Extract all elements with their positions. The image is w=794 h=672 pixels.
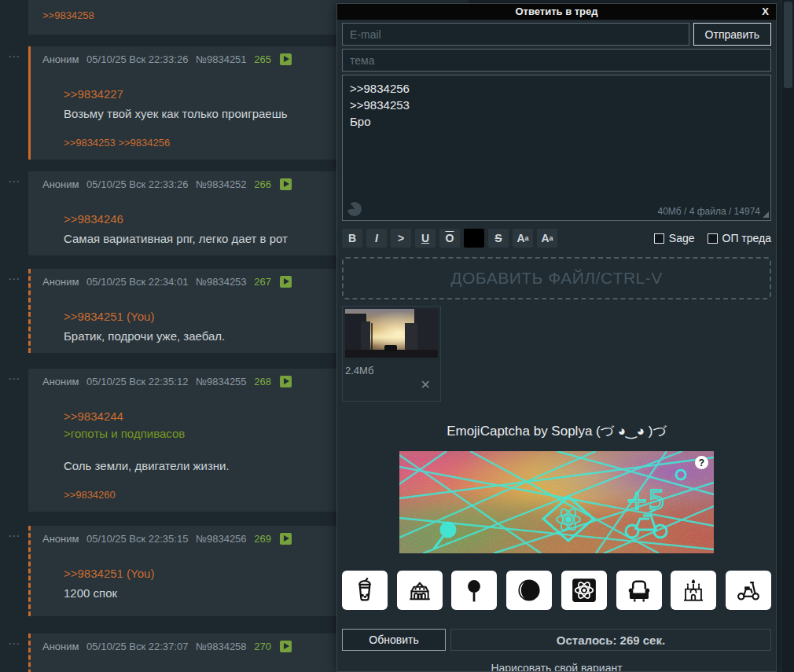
stadium-icon <box>406 577 433 604</box>
reply-link[interactable]: >>9834260 <box>64 489 116 501</box>
format-toolbar: B I > U O S Aa Aa Sage ОП треда <box>342 229 771 248</box>
post-expand-icon[interactable] <box>280 53 292 65</box>
page: >>9834258 ⋯ Аноним 05/10/25 Вск 22:33:26… <box>0 0 794 672</box>
subscript-button[interactable]: Aa <box>537 229 557 248</box>
post-author: Аноним <box>42 178 79 190</box>
armchair-icon <box>626 577 652 604</box>
post-menu-icon[interactable]: ⋯ <box>8 174 20 189</box>
captcha-option-armchair[interactable] <box>616 571 662 610</box>
remove-file-icon[interactable]: ✕ <box>421 377 431 392</box>
post-options: Sage ОП треда <box>654 232 771 244</box>
message-textarea[interactable]: >>9834256 >>9834253 Бро <box>342 75 771 221</box>
post-expand-icon[interactable] <box>280 276 292 288</box>
overline-button[interactable]: O <box>439 229 460 248</box>
page-scrollbar[interactable] <box>782 0 794 672</box>
lollipop-icon <box>461 577 487 604</box>
post-author: Аноним <box>42 53 79 65</box>
post-number[interactable]: №9834256 <box>196 533 247 545</box>
post-expand-icon[interactable] <box>280 641 292 652</box>
op-label: ОП треда <box>722 232 771 244</box>
post-ordinal[interactable]: 268 <box>254 376 271 387</box>
post-date: 05/10/25 Вск 22:33:26 <box>86 53 188 65</box>
post-number[interactable]: №9834255 <box>196 376 247 387</box>
sage-label: Sage <box>669 232 695 244</box>
moon-icon <box>516 577 542 604</box>
post-menu-icon[interactable]: ⋯ <box>8 50 20 64</box>
captcha-option-temple[interactable] <box>671 571 716 610</box>
close-icon[interactable]: X <box>762 4 769 20</box>
textarea-resize-handle[interactable] <box>763 211 769 218</box>
sage-checkbox[interactable]: Sage <box>654 232 695 244</box>
bold-button[interactable]: B <box>342 229 362 248</box>
post-date: 05/10/25 Вск 22:33:26 <box>86 178 188 190</box>
email-row: Отправить <box>342 23 771 46</box>
reply-dialog: Ответить в тред X Отправить >>9834256 >>… <box>336 3 777 672</box>
post-number[interactable]: №9834251 <box>196 53 247 65</box>
scooter-icon <box>735 577 762 604</box>
temple-icon <box>680 577 707 604</box>
captcha-refresh-button[interactable]: Обновить <box>342 629 446 651</box>
post-expand-icon[interactable] <box>280 376 292 387</box>
post-number[interactable]: №9834252 <box>196 178 247 190</box>
post-menu-icon[interactable]: ⋯ <box>8 529 20 543</box>
captcha-actions: Обновить Осталось: 269 сек. <box>342 629 771 651</box>
atom-icon <box>571 577 597 604</box>
captcha-option-lollipop[interactable] <box>451 571 497 610</box>
post-expand-icon[interactable] <box>280 533 292 545</box>
email-field[interactable] <box>342 23 689 46</box>
post-date: 05/10/25 Вск 22:35:12 <box>86 376 188 387</box>
captcha-options <box>342 571 771 610</box>
post-number[interactable]: №9834258 <box>196 641 247 652</box>
reply-link[interactable]: >>9834253 >>9834256 <box>64 137 170 149</box>
captcha-option-atom[interactable] <box>561 571 607 610</box>
reply-link[interactable]: >>9834258 <box>42 9 94 21</box>
post-menu-icon[interactable]: ⋯ <box>8 637 20 651</box>
captcha-help-icon[interactable]: ? <box>695 456 708 469</box>
strikethrough-button[interactable]: S <box>488 229 509 248</box>
captcha-title: EmojiCaptcha by Soplya (づ ◕‿◕ )づ <box>337 422 776 440</box>
italic-button[interactable]: I <box>366 229 387 248</box>
post-ordinal[interactable]: 266 <box>254 178 271 190</box>
post-author: Аноним <box>42 641 79 652</box>
svg-text:+5: +5 <box>626 484 665 516</box>
bubble-tea-icon <box>351 577 378 604</box>
post-author: Аноним <box>42 376 79 387</box>
captcha-option-moon[interactable] <box>506 571 552 610</box>
quote-button[interactable]: > <box>391 229 411 248</box>
reply-dialog-titlebar[interactable]: Ответить в тред X <box>337 4 776 20</box>
captcha-timer: Осталось: 269 сек. <box>450 629 771 651</box>
post-number[interactable]: №9834253 <box>196 276 247 288</box>
captcha-image[interactable]: +5 ? <box>399 451 714 553</box>
post-menu-icon[interactable]: ⋯ <box>8 372 20 386</box>
captcha-option-bubble-tea[interactable] <box>342 571 388 610</box>
captcha-option-scooter[interactable] <box>726 571 771 610</box>
post-date: 05/10/25 Вск 22:37:07 <box>86 641 188 652</box>
post-ordinal[interactable]: 267 <box>254 276 271 288</box>
underline-button[interactable]: U <box>415 229 436 248</box>
scrollbar-thumb[interactable] <box>784 2 792 88</box>
submit-button[interactable]: Отправить <box>693 23 771 46</box>
post-date: 05/10/25 Вск 22:35:15 <box>86 533 188 545</box>
captcha-option-stadium[interactable] <box>397 571 443 610</box>
captcha-draw-own-link[interactable]: Нарисовать свой вариант <box>337 662 776 672</box>
subject-field[interactable] <box>342 49 771 72</box>
post-author: Аноним <box>42 276 79 288</box>
op-checkbox[interactable]: ОП треда <box>708 232 771 244</box>
superscript-button[interactable]: Aa <box>513 229 533 248</box>
captcha-noise-image: +5 <box>399 451 714 553</box>
dropzone-label: ДОБАВИТЬ ФАЙЛ/CTRL-V <box>450 269 663 288</box>
file-size: 2.4Мб <box>345 365 373 376</box>
file-dropzone[interactable]: ДОБАВИТЬ ФАЙЛ/CTRL-V <box>342 257 771 299</box>
post-ordinal[interactable]: 270 <box>254 641 271 652</box>
post-author: Аноним <box>42 533 79 545</box>
spoiler-button[interactable] <box>464 229 484 248</box>
post-ordinal[interactable]: 265 <box>254 53 271 65</box>
attached-file: 2.4Мб ✕ <box>342 306 441 402</box>
post-ordinal[interactable]: 269 <box>254 533 271 545</box>
file-thumbnail-gta-sunset[interactable] <box>345 309 438 358</box>
post-expand-icon[interactable] <box>280 178 292 190</box>
post-menu-icon[interactable]: ⋯ <box>8 272 20 286</box>
sage-checkbox-box[interactable] <box>654 233 664 244</box>
post-date: 05/10/25 Вск 22:34:01 <box>86 276 188 288</box>
op-checkbox-box[interactable] <box>708 233 718 244</box>
